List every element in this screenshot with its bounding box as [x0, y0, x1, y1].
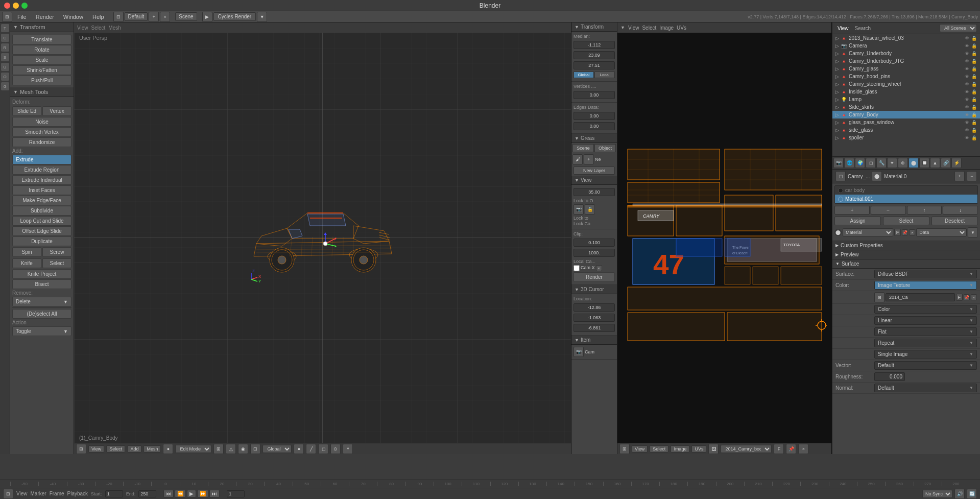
- mat-item-0[interactable]: car body: [835, 186, 977, 195]
- mat-ball-icon[interactable]: ⬤: [872, 171, 882, 181]
- paint-icon[interactable]: 🖌: [572, 154, 583, 164]
- data-dropdown[interactable]: Data: [916, 228, 967, 236]
- local-btn[interactable]: Local: [594, 72, 615, 78]
- cam-close-icon[interactable]: ×: [596, 265, 602, 271]
- single-image-dropdown[interactable]: Single Image ▼: [874, 350, 977, 359]
- texture-icon[interactable]: 🔲: [919, 158, 929, 168]
- remove-mat-icon[interactable]: −: [967, 171, 977, 181]
- bone-icon[interactable]: ⚡: [951, 158, 962, 168]
- scene-prop-icon[interactable]: 🌐: [844, 158, 854, 168]
- new-icon[interactable]: +: [584, 154, 594, 164]
- proportional-icon[interactable]: ⊙: [330, 444, 341, 454]
- color-dropdown[interactable]: Color ▼: [874, 305, 977, 314]
- end-frame-input[interactable]: [138, 490, 156, 497]
- mat-sphere-icon[interactable]: ⬤: [834, 229, 842, 236]
- outliner-item-12[interactable]: ▷ 🔺 side_glass 👁 🔒: [832, 126, 980, 134]
- render-engine[interactable]: Cycles Render: [213, 12, 256, 21]
- view-btn[interactable]: View: [88, 445, 104, 453]
- minimize-button[interactable]: [13, 3, 19, 9]
- object-toggle-btn[interactable]: Object: [594, 144, 616, 152]
- preview-toggle[interactable]: ▶ Preview: [832, 250, 980, 259]
- uv-select-btn[interactable]: Select: [642, 25, 656, 31]
- scene-scope-select[interactable]: All Scenes: [940, 24, 977, 32]
- layout-add[interactable]: +: [149, 12, 159, 22]
- loc-y-input[interactable]: [573, 314, 615, 322]
- extrude-individual-btn[interactable]: Extrude Individual: [12, 175, 71, 185]
- layout-selector[interactable]: Default: [125, 12, 148, 21]
- uv-select-bottom-btn[interactable]: Select: [650, 445, 668, 453]
- viewport-type-icon[interactable]: ⊞: [76, 444, 86, 454]
- extrude-btn[interactable]: Extrude: [12, 155, 71, 164]
- outliner-item-13[interactable]: ▷ 🔺 spoiler 👁 🔒: [832, 134, 980, 141]
- outliner-item-9[interactable]: ▷ 🔺 Side_skirts 👁 🔒: [832, 103, 980, 111]
- face-mode-icon[interactable]: ◻: [318, 444, 328, 454]
- normal-value[interactable]: Default ▼: [874, 384, 977, 392]
- extrude-region-btn[interactable]: Extrude Region: [12, 165, 71, 175]
- duplicate-btn[interactable]: Duplicate: [12, 236, 71, 246]
- obj-icon[interactable]: ◻: [835, 171, 846, 181]
- outliner-item-8[interactable]: ▷ 💡 Lamp 👁 🔒: [832, 96, 980, 103]
- tools-icon[interactable]: T: [1, 24, 9, 32]
- outliner-item-10[interactable]: ▷ 🔺 Camry_Body 👁 🔒: [832, 111, 980, 118]
- y-input[interactable]: [573, 51, 615, 59]
- physics-icon[interactable]: ⊛: [898, 158, 908, 168]
- uv-img-icon[interactable]: 🖼: [708, 444, 719, 454]
- scene-toggle-btn[interactable]: Scene: [572, 144, 594, 152]
- material-dropdown[interactable]: Material: [843, 228, 893, 236]
- view-value-input[interactable]: [573, 188, 615, 196]
- screw-btn[interactable]: Screw: [42, 247, 71, 257]
- color-value[interactable]: Image Texture ▼: [874, 281, 977, 290]
- outliner-item-2[interactable]: ▷ 🔺 Camry_Underbody 👁 🔒: [832, 50, 980, 57]
- select-mat-btn[interactable]: Select: [883, 217, 929, 225]
- cam-check[interactable]: [573, 265, 580, 271]
- select-btn[interactable]: Select: [106, 445, 125, 453]
- constraints-icon[interactable]: 🔗: [941, 158, 951, 168]
- layout-remove[interactable]: ×: [160, 12, 170, 22]
- knife-btn[interactable]: Knife: [12, 258, 41, 268]
- cam-icon-1[interactable]: 📷: [573, 204, 584, 215]
- vector-value[interactable]: Default ▼: [874, 361, 977, 370]
- outliner-item-7[interactable]: ▷ 🔺 Inside_glass 👁 🔒: [832, 88, 980, 96]
- uv-editor-icon[interactable]: ⊞: [619, 444, 630, 454]
- sync-select[interactable]: No Sync: [922, 490, 952, 498]
- uv-image-select[interactable]: 2014_Camry_body....: [721, 445, 772, 453]
- spin-btn[interactable]: Spin: [12, 247, 41, 257]
- randomize-btn[interactable]: Randomize: [12, 137, 71, 147]
- slide-ed-btn[interactable]: Slide Ed: [12, 106, 41, 116]
- shrink-fatten-btn[interactable]: Shrink/Fatten: [12, 65, 71, 75]
- viewport-icon-1[interactable]: ●: [163, 444, 173, 454]
- prev-frame-btn[interactable]: ⏪: [175, 490, 186, 497]
- toggle-btn[interactable]: Toggle ▼: [12, 326, 71, 336]
- rotate-btn[interactable]: Rotate: [12, 45, 71, 55]
- x-input[interactable]: [573, 41, 615, 49]
- deselect-mat-btn[interactable]: Deselect: [931, 217, 978, 225]
- object-prop-icon[interactable]: ◻: [866, 158, 876, 168]
- assign-btn[interactable]: Assign: [834, 217, 881, 225]
- mat-item-1[interactable]: Material.001: [835, 195, 977, 203]
- audio-icon[interactable]: 🔊: [954, 489, 965, 499]
- uv-view-bottom-btn[interactable]: View: [632, 445, 648, 453]
- edge-mode-icon[interactable]: ╱: [306, 444, 316, 454]
- smooth-vertex-btn[interactable]: Smooth Vertex: [12, 127, 71, 137]
- vert-input[interactable]: [573, 91, 615, 99]
- menu-window[interactable]: Window: [59, 13, 87, 21]
- uv-view-btn[interactable]: View: [628, 25, 639, 31]
- search-tab[interactable]: Search: [853, 25, 873, 32]
- surface-toggle[interactable]: ▼ Surface: [832, 259, 980, 269]
- clip-far-input[interactable]: [573, 249, 615, 257]
- snap-icon[interactable]: ⌖: [343, 444, 353, 454]
- scene-selector[interactable]: Scene: [175, 12, 197, 21]
- make-edge-face-btn[interactable]: Make Edge/Face: [12, 196, 71, 205]
- outliner-item-0[interactable]: ▷ 🔺 2013_Nascar_wheel_03 👁 🔒: [832, 34, 980, 42]
- options-icon[interactable]: O: [1, 73, 9, 81]
- mat-down-btn[interactable]: ↓: [943, 206, 978, 215]
- edit-mode-select[interactable]: Edit Mode: [175, 445, 211, 453]
- push-pull-btn[interactable]: Push/Pull: [12, 76, 71, 85]
- jump-end-btn[interactable]: ⏭: [209, 490, 220, 497]
- cam-icon-2[interactable]: 🔓: [585, 204, 595, 215]
- outliner-item-4[interactable]: ▷ 🔺 Camry_glass 👁 🔒: [832, 65, 980, 73]
- loc-z-input[interactable]: [573, 324, 615, 332]
- vertex-btn[interactable]: Vertex: [42, 106, 71, 116]
- texture-pin-icon[interactable]: 📌: [964, 294, 970, 300]
- uv-image-btn[interactable]: Image: [659, 25, 674, 31]
